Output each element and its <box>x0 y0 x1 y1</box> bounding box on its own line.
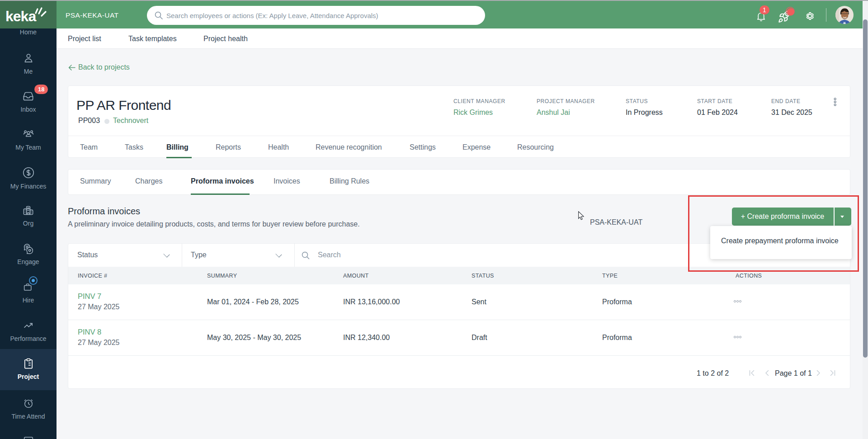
svg-text:keka: keka <box>5 8 36 24</box>
